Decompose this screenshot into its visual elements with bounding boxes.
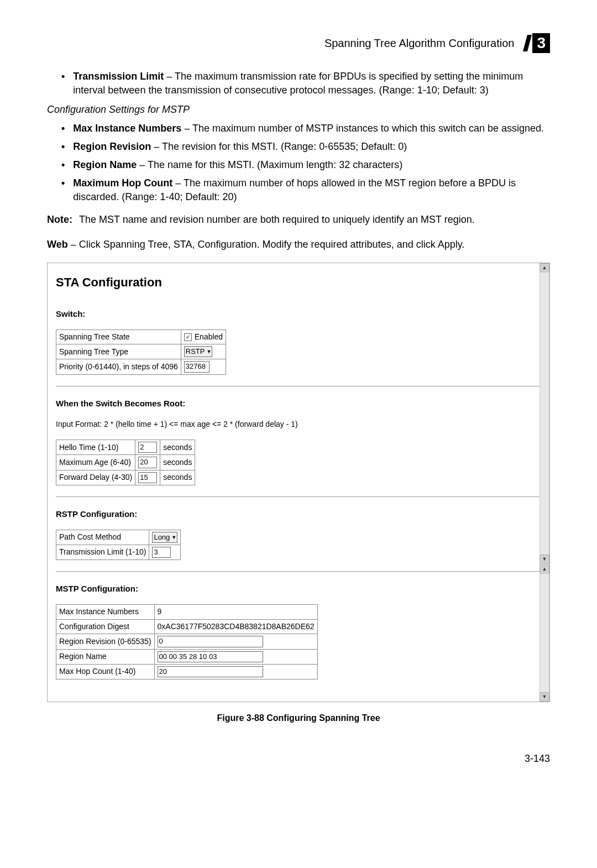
scroll-up-icon[interactable]: ▲: [540, 564, 549, 574]
input-hello-time[interactable]: 2: [138, 442, 157, 453]
separator: [56, 571, 541, 572]
mstp-table: Max Instance Numbers 9 Configuration Dig…: [56, 604, 318, 679]
label-max-instance-numbers: Max Instance Numbers: [56, 605, 155, 620]
input-max-age[interactable]: 20: [138, 457, 157, 468]
label-config-digest: Configuration Digest: [56, 619, 155, 634]
bullet-dot-icon: •: [61, 122, 65, 135]
bullet-max-instance: • Max Instance Numbers – The maximum num…: [61, 122, 550, 135]
scrollbar-track-lower[interactable]: [540, 573, 549, 693]
label-region-name: Region Name: [56, 649, 155, 664]
figure-caption: Figure 3-88 Configuring Spanning Tree: [47, 712, 550, 724]
note-block: Note: The MST name and revision number a…: [47, 213, 550, 227]
unit-seconds: seconds: [160, 440, 195, 455]
checkbox-enabled[interactable]: ✓: [184, 333, 192, 341]
header-title: Spanning Tree Algorithm Configuration: [324, 37, 515, 50]
separator: [56, 496, 541, 497]
input-max-hop-count[interactable]: 20: [158, 666, 263, 677]
label-spanning-tree-state: Spanning Tree State: [56, 330, 181, 344]
bullet-dot-icon: •: [61, 70, 65, 97]
label-region-revision: Region Revision (0-65535): [56, 634, 155, 649]
unit-seconds: seconds: [160, 470, 195, 485]
separator: [56, 386, 541, 386]
section-rstp-title: RSTP Configuration:: [56, 508, 541, 520]
value-config-digest: 0xAC36177F50283CD4B83821D8AB26DE62: [154, 619, 317, 634]
input-priority[interactable]: 32768: [184, 361, 210, 372]
label-path-cost-method: Path Cost Method: [56, 530, 149, 545]
input-region-name[interactable]: 00 00 35 28 10 03: [158, 651, 263, 662]
select-path-cost-method[interactable]: Long▼: [152, 532, 177, 543]
chevron-down-icon: ▼: [171, 534, 176, 541]
section-switch-title: Switch:: [56, 308, 541, 320]
section-mstp-title: MSTP Configuration:: [56, 583, 541, 594]
scroll-down-icon[interactable]: ▼: [540, 692, 549, 702]
figure-screenshot: ▲ ▼ ▲ ▼ STA Configuration Switch: Spanni…: [47, 263, 550, 702]
label-transmission-limit: Transmission Limit (1-10): [56, 545, 149, 560]
bullet-dot-icon: •: [61, 176, 65, 204]
note-text: The MST name and revision number are bot…: [79, 213, 550, 227]
label-max-hop-count: Max Hop Count (1-40): [56, 664, 155, 679]
chevron-down-icon: ▼: [206, 348, 211, 355]
input-transmission-limit[interactable]: 3: [152, 547, 171, 558]
label-hello-time: Hello Time (1-10): [56, 440, 135, 455]
switch-table: Spanning Tree State ✓Enabled Spanning Tr…: [56, 330, 226, 375]
page-number: 3-143: [47, 752, 550, 766]
scrollbar-track-upper[interactable]: [540, 272, 549, 555]
bullet-dot-icon: •: [61, 158, 65, 172]
bullet-max-hop-count: • Maximum Hop Count – The maximum number…: [61, 176, 550, 204]
bullet-dot-icon: •: [61, 140, 65, 154]
note-label: Note:: [47, 213, 75, 227]
input-format-text: Input Format: 2 * (hello time + 1) <= ma…: [56, 419, 541, 430]
bullet-transmission-limit: • Transmission Limit – The maximum trans…: [61, 70, 550, 97]
figure-title: STA Configuration: [56, 274, 541, 291]
label-enabled: Enabled: [195, 332, 223, 341]
select-spanning-tree-type[interactable]: RSTP▼: [184, 346, 213, 357]
label-forward-delay: Forward Delay (4-30): [56, 470, 135, 485]
input-forward-delay[interactable]: 15: [138, 472, 157, 483]
label-max-age: Maximum Age (6-40): [56, 455, 135, 470]
label-priority: Priority (0-61440), in steps of 4096: [56, 359, 181, 374]
section-root-title: When the Switch Becomes Root:: [56, 398, 541, 409]
unit-seconds: seconds: [160, 455, 195, 470]
label-spanning-tree-type: Spanning Tree Type: [56, 344, 181, 359]
value-max-instance-numbers: 9: [154, 605, 317, 620]
scroll-up-icon[interactable]: ▲: [540, 263, 549, 273]
web-paragraph: Web – Click Spanning Tree, STA, Configur…: [47, 238, 550, 252]
scroll-down-icon[interactable]: ▼: [540, 555, 549, 564]
bullet-region-name: • Region Name – The name for this MSTI. …: [61, 158, 550, 172]
page-header: Spanning Tree Algorithm Configuration 3: [47, 33, 550, 53]
bullet-region-revision: • Region Revision – The revision for thi…: [61, 140, 550, 154]
root-table: Hello Time (1-10) 2 seconds Maximum Age …: [56, 440, 195, 485]
rstp-table: Path Cost Method Long▼ Transmission Limi…: [56, 530, 181, 560]
chapter-icon: 3: [525, 33, 550, 53]
input-region-revision[interactable]: 0: [158, 636, 263, 647]
subheading-mstp-settings: Configuration Settings for MSTP: [47, 103, 550, 117]
chapter-number: 3: [532, 33, 550, 53]
